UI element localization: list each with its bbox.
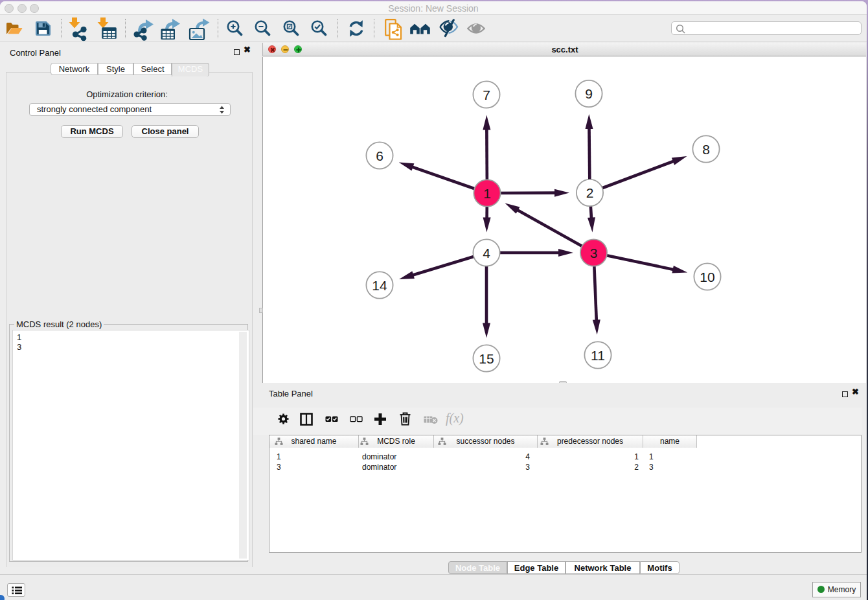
svg-text:1: 1 <box>483 186 491 201</box>
svg-text:2: 2 <box>586 185 594 200</box>
svg-text:10: 10 <box>700 270 714 284</box>
svg-text:8: 8 <box>702 142 710 157</box>
svg-text:6: 6 <box>376 148 383 163</box>
svg-text:7: 7 <box>483 87 490 102</box>
svg-text:14: 14 <box>372 278 387 293</box>
svg-text:11: 11 <box>591 348 605 363</box>
svg-text:9: 9 <box>585 86 593 101</box>
svg-text:3: 3 <box>590 246 598 260</box>
svg-text:15: 15 <box>479 351 494 366</box>
svg-text:4: 4 <box>483 246 490 260</box>
